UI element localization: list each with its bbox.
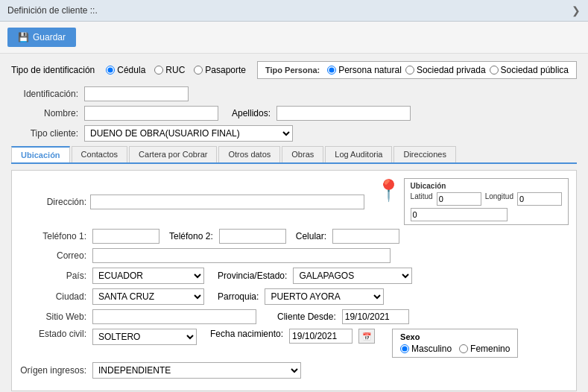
id-type-radio-group: Cédula RUC Pasaporte: [106, 65, 246, 75]
tipo-persona-label: Tipo Persona:: [265, 66, 320, 75]
correo-row: Correo:: [19, 248, 569, 263]
tab-cartera[interactable]: Cartera por Cobrar: [129, 146, 217, 162]
tipo-cliente-label: Tipo cliente:: [11, 128, 78, 139]
id-type-label: Tipo de identificación: [11, 65, 95, 75]
pais-select[interactable]: ECUADOR: [92, 268, 204, 284]
telefono2-label: Teléfono 2:: [169, 231, 213, 241]
identificacion-label: Identificación:: [11, 89, 78, 99]
pin-icon: 📍: [376, 178, 402, 203]
fecha-nac-input[interactable]: [289, 329, 353, 344]
tab-content-ubicacion: Dirección: 📍 Ubicación Latitud Longitud: [11, 170, 577, 391]
title-bar: Definición de cliente ::. ❯: [0, 0, 588, 22]
telefono1-input[interactable]: [92, 229, 159, 244]
save-icon: 💾: [18, 32, 29, 42]
nombre-row: Nombre: Apellidos:: [11, 106, 577, 121]
tab-log[interactable]: Log Auditoria: [325, 146, 392, 162]
sexo-options: Masculino Femenino: [400, 344, 510, 354]
id-type-row: Tipo de identificación Cédula RUC Pasapo…: [11, 61, 577, 79]
pais-provincia-row: País: ECUADOR Provincia/Estado: GALAPAGO…: [19, 268, 569, 284]
toolbar: 💾 Guardar: [0, 22, 588, 54]
sitiow-row: Sitio Web: Cliente Desde:: [19, 309, 569, 324]
ciudad-parroquia-row: Ciudad: SANTA CRUZ Parroquia: PUERTO AYO…: [19, 288, 569, 305]
tipo-cliente-row: Tipo cliente: DUENO DE OBRA(USUARIO FINA…: [11, 125, 577, 142]
lon-label: Longitud: [485, 192, 513, 206]
origen-ingresos-row: Orígen ingresos: INDEPENDIENTE: [19, 362, 569, 379]
save-label: Guardar: [33, 32, 66, 42]
tab-otros[interactable]: Otros datos: [218, 146, 280, 162]
extra-coord-row: [411, 208, 562, 221]
tabs-container: Ubicación Contactos Cartera por Cobrar O…: [11, 146, 577, 164]
radio-persona-natural[interactable]: Persona natural: [327, 65, 402, 75]
ubicacion-title: Ubicación: [411, 182, 562, 190]
direccion-label: Dirección:: [19, 197, 86, 207]
identificacion-row: Identificación:: [11, 86, 577, 101]
identificacion-input[interactable]: [84, 86, 189, 101]
extra-coord-input[interactable]: [411, 208, 508, 221]
cliente-desde-input[interactable]: [342, 309, 409, 324]
provincia-label: Provincia/Estado:: [218, 271, 287, 281]
radio-masculino[interactable]: Masculino: [400, 344, 452, 354]
nombre-label: Nombre:: [11, 108, 78, 118]
map-area: 📍 Ubicación Latitud Longitud: [374, 178, 569, 225]
correo-label: Correo:: [19, 250, 86, 261]
telefono2-input[interactable]: [219, 229, 286, 244]
tab-contactos[interactable]: Contactos: [72, 146, 128, 162]
tab-obras[interactable]: Obras: [282, 146, 323, 162]
map-pin[interactable]: 📍: [374, 178, 404, 203]
lat-input[interactable]: [437, 192, 481, 206]
celular-label: Celular:: [296, 231, 326, 241]
sexo-box: Sexo Masculino Femenino: [392, 329, 518, 358]
page-title: Definición de cliente ::.: [7, 5, 98, 16]
correo-input[interactable]: [92, 248, 391, 263]
radio-sociedad-publica[interactable]: Sociedad pública: [490, 65, 569, 75]
estado-civil-select[interactable]: SOLTERO: [92, 329, 197, 345]
parroquia-select[interactable]: PUERTO AYORA: [265, 288, 384, 305]
celular-input[interactable]: [332, 229, 399, 244]
estado-civil-row: Estado civil: SOLTERO Fecha nacimiento: …: [19, 329, 569, 358]
parroquia-label: Parroquia:: [218, 291, 259, 302]
telefono1-label: Teléfono 1:: [19, 231, 86, 241]
ubicacion-coords-box: Ubicación Latitud Longitud: [404, 178, 569, 225]
sitiow-label: Sitio Web:: [19, 312, 86, 322]
tab-direcciones[interactable]: Direcciones: [393, 146, 455, 162]
lon-input[interactable]: [517, 192, 562, 206]
fecha-nac-calendar-button[interactable]: 📅: [358, 329, 375, 344]
tab-ubicacion[interactable]: Ubicación: [11, 146, 70, 162]
lat-label: Latitud: [411, 192, 433, 206]
tipo-persona-box: Tipo Persona: Persona natural Sociedad p…: [257, 61, 577, 79]
nombre-input[interactable]: [84, 106, 218, 121]
tipo-cliente-select[interactable]: DUENO DE OBRA(USUARIO FINAL): [84, 125, 293, 142]
estado-civil-label: Estado civil:: [19, 329, 86, 339]
coords-row: Latitud Longitud: [411, 192, 562, 206]
sitiow-input[interactable]: [92, 309, 256, 324]
ciudad-select[interactable]: SANTA CRUZ: [92, 288, 204, 305]
origen-ingresos-label: Orígen ingresos:: [19, 365, 86, 376]
direccion-input[interactable]: [90, 195, 364, 209]
direccion-row: Dirección: 📍 Ubicación Latitud Longitud: [19, 178, 569, 225]
form-container: Tipo de identificación Cédula RUC Pasapo…: [0, 54, 588, 392]
telefonos-row: Teléfono 1: Teléfono 2: Celular:: [19, 229, 569, 244]
radio-ruc[interactable]: RUC: [154, 65, 185, 75]
apellidos-input[interactable]: [276, 106, 411, 121]
radio-pasaporte[interactable]: Pasaporte: [194, 65, 246, 75]
pais-label: País:: [19, 271, 86, 281]
radio-cedula[interactable]: Cédula: [106, 65, 145, 75]
radio-sociedad-privada[interactable]: Sociedad privada: [405, 65, 486, 75]
save-button[interactable]: 💾 Guardar: [7, 28, 76, 47]
origen-ingresos-select[interactable]: INDEPENDIENTE: [92, 362, 301, 379]
ciudad-label: Ciudad:: [19, 291, 86, 302]
radio-femenino[interactable]: Femenino: [459, 344, 510, 354]
sexo-title: Sexo: [400, 332, 510, 341]
provincia-select[interactable]: GALAPAGOS: [293, 268, 412, 284]
expand-icon[interactable]: ❯: [572, 4, 581, 16]
cliente-desde-label: Cliente Desde:: [277, 312, 336, 322]
fecha-nac-label: Fecha nacimiento:: [210, 329, 283, 339]
apellidos-label: Apellidos:: [232, 108, 271, 118]
